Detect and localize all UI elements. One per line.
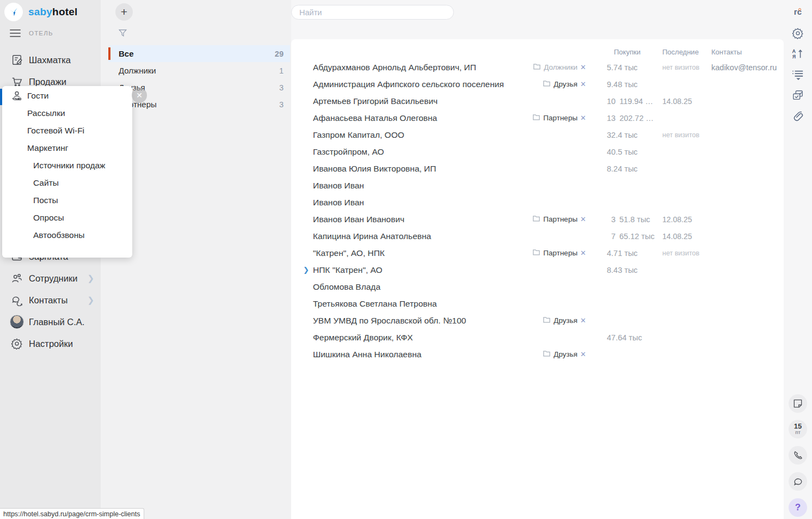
table-row[interactable]: Иванов Иван [291,194,784,211]
table-row[interactable]: Третьякова Светлана Петровна [291,295,784,312]
purchase-sum: 9.48 тыс [607,80,638,89]
flyout-item-1[interactable]: Гости [2,87,132,105]
client-name[interactable]: Абдурахманов Арнольд Альбертович, ИП [313,63,528,72]
contact-cell[interactable]: kadikov@tensor.ru [711,63,782,72]
search-input[interactable] [291,5,454,20]
tag-remove-icon[interactable]: ✕ [580,80,586,88]
client-name[interactable]: Газпром Капитал, ООО [313,130,528,140]
client-name[interactable]: Артемьев Григорий Васильевич [313,96,528,106]
folder-icon [543,316,551,326]
sidebar-item-6[interactable]: Главный С.А. [0,311,101,333]
table-row[interactable]: Иванова Юлия Викторовна, ИП8.24 тыс [291,160,784,177]
table-row[interactable]: Обломова Влада [291,278,784,295]
purchase-count: 13 [607,114,616,123]
gear-icon[interactable] [791,26,805,40]
header-contacts[interactable]: Контакты [711,48,742,56]
table-row[interactable]: УВМ УМВД по Ярославской обл. №100Друзья✕ [291,312,784,329]
client-name[interactable]: "Катрен", АО, НПК [313,248,528,258]
tasks-icon[interactable] [791,88,805,102]
table-row[interactable]: Абдурахманов Арнольд Альбертович, ИПДолж… [291,59,784,76]
table-row[interactable]: Фермерский Дворик, КФХ47.64 тыс [291,329,784,346]
sidebar-item-4[interactable]: Сотрудники❯ [0,267,101,289]
tag-remove-icon[interactable]: ✕ [580,63,586,71]
flyout-item-8[interactable]: Опросы [2,209,132,227]
table-row[interactable]: Шишкина Анна НиколаевнаДрузья✕ [291,346,784,363]
sidebar-item-7[interactable]: Настройки [0,333,101,355]
sidebar-item-label: Контакты [29,295,67,306]
tag-remove-icon[interactable]: ✕ [580,215,586,223]
add-client-button[interactable]: + [115,3,133,21]
table-row[interactable]: Артемьев Григорий Васильевич10119.94 тыс… [291,93,784,109]
client-name[interactable]: Афанасьева Наталья Олеговна [313,113,528,123]
flyout-item-7[interactable]: Посты [2,192,132,209]
flyout-item-6[interactable]: Сайты [2,174,132,192]
folder-icon [532,215,540,224]
client-name[interactable]: Администрация Афипского сельского поселе… [313,80,528,89]
right-toolbar: гс АЯ 15 пт ? [784,0,812,519]
tag-remove-icon[interactable]: ✕ [580,249,586,257]
flyout-item-label: Посты [33,196,58,205]
calendar-button[interactable]: 15 пт [789,420,807,438]
brand-row[interactable]: sabyhotel [0,0,101,24]
sidebar-item-label: Главный С.А. [29,317,84,327]
table-row[interactable]: "Катрен", АО, НПКПартнеры✕4.71 тыснет ви… [291,245,784,261]
flyout-item-5[interactable]: Источники продаж [2,157,132,174]
help-button[interactable]: ? [789,498,807,517]
tag-remove-icon[interactable]: ✕ [580,316,586,325]
client-name[interactable]: Капицина Ирина Анатольевна [313,231,528,241]
sidebar-item-1[interactable]: Шахматка [0,49,101,71]
table-row[interactable]: Иванов Иван [291,177,784,194]
table-row[interactable]: Капицина Ирина Анатольевна765.12 тыс14.0… [291,228,784,245]
saby-logo-icon [4,3,23,21]
table-header: Покупки Последние Контакты [291,48,784,59]
chevron-right-icon[interactable]: ❯ [87,273,94,283]
list-filter-icon[interactable] [791,68,805,82]
folder-icon [532,248,540,258]
filter-row-2[interactable]: Должники1 [108,62,290,79]
sidebar-item-5[interactable]: Контакты❯ [0,289,101,311]
client-name[interactable]: УВМ УМВД по Ярославской обл. №100 [313,316,528,326]
filter-row-1[interactable]: Все29 [108,45,290,62]
table-row[interactable]: Газпром Капитал, ООО32.4 тыснет визитов [291,126,784,143]
flyout-item-4[interactable]: Маркетинг [2,139,132,157]
tag-remove-icon[interactable]: ✕ [580,114,586,122]
flyout-item-label: Гостевой Wi-Fi [27,126,84,136]
table-row[interactable]: ❯НПК "Катрен", АО8.43 тыс [291,261,784,278]
flyout-item-9[interactable]: Автообзвоны [2,227,132,244]
client-name[interactable]: Фермерский Дворик, КФХ [313,333,528,343]
table-row[interactable]: Администрация Афипского сельского поселе… [291,76,784,93]
purchase-sum: 4.71 тыс [607,249,638,258]
flyout-item-3[interactable]: Гостевой Wi-Fi [2,122,132,139]
client-name[interactable]: Обломова Влада [313,282,528,292]
flyout-close-button[interactable]: ✕ [132,88,147,103]
sort-alpha-icon[interactable]: АЯ [791,47,805,61]
hamburger-menu-icon[interactable] [10,29,21,37]
header-last[interactable]: Последние [662,48,699,56]
tag-remove-icon[interactable]: ✕ [580,350,586,358]
client-name[interactable]: Иванов Иван [313,181,528,191]
table-row[interactable]: Газстройпром, АО40.5 тыс [291,143,784,160]
header-purchases[interactable]: Покупки [614,48,641,56]
link-icon[interactable] [791,109,805,123]
filter-funnel-icon[interactable] [118,28,127,40]
gs-icon[interactable]: гс [791,4,805,19]
client-name[interactable]: НПК "Катрен", АО [313,265,528,275]
expand-chevron-icon[interactable]: ❯ [303,266,309,274]
chat-button[interactable] [789,472,807,491]
table-row[interactable]: Иванов Иван ИвановичПартнеры✕351.8 тыс12… [291,211,784,228]
phone-button[interactable] [789,446,807,465]
client-name[interactable]: Газстройпром, АО [313,147,528,157]
people-icon [10,271,24,285]
note-button[interactable] [789,394,807,413]
workspace-label: ОТЕЛЬ [29,30,53,36]
flyout-item-label: Рассылки [27,108,65,118]
client-name[interactable]: Шишкина Анна Николаевна [313,350,528,359]
client-name[interactable]: Иванов Иван Иванович [313,215,528,224]
flyout-active-bar [0,89,2,105]
client-name[interactable]: Иванова Юлия Викторовна, ИП [313,164,528,174]
client-name[interactable]: Третьякова Светлана Петровна [313,299,528,309]
client-name[interactable]: Иванов Иван [313,198,528,207]
flyout-item-2[interactable]: Рассылки [2,105,132,122]
chevron-right-icon[interactable]: ❯ [87,295,94,305]
table-row[interactable]: Афанасьева Наталья ОлеговнаПартнеры✕1320… [291,109,784,126]
